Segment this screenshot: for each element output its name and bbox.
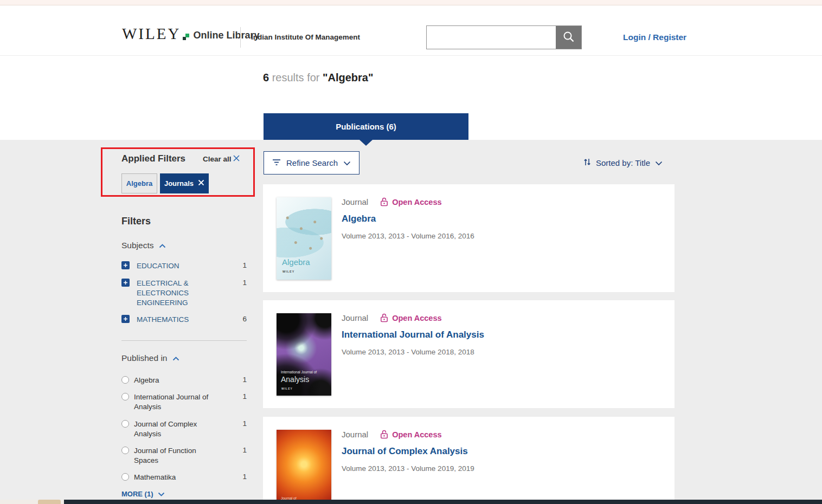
results-count: 6	[263, 72, 269, 83]
published-in-item-ija[interactable]: International Journal of Analysis 1	[121, 392, 247, 412]
cover-publisher: WILEY	[281, 387, 293, 390]
published-in-section-toggle[interactable]: Published in	[121, 353, 179, 363]
login-register-link[interactable]: Login / Register	[623, 33, 686, 42]
published-in-count: 1	[242, 392, 247, 400]
filters-title: Filters	[121, 216, 151, 227]
subject-item-count: 1	[242, 261, 247, 269]
chevron-up-icon	[159, 241, 166, 250]
subject-item-education[interactable]: EDUCATION 1	[121, 261, 247, 272]
radio-icon[interactable]	[121, 447, 129, 454]
radio-icon[interactable]	[121, 376, 129, 384]
published-in-item-mathematika[interactable]: Mathematika 1	[121, 473, 247, 482]
results-query: "Algebra"	[323, 72, 373, 83]
published-in-item-jfs[interactable]: Journal of Function Spaces 1	[121, 446, 247, 466]
refine-search-label: Refine Search	[286, 158, 338, 167]
clear-all-button[interactable]: Clear all	[203, 155, 232, 163]
content-type-label: Journal	[342, 313, 368, 322]
sorted-by-label: Sorted by: Title	[596, 158, 650, 167]
published-in-label: International Journal of Analysis	[134, 392, 218, 412]
subject-item-count: 1	[242, 279, 247, 287]
published-in-count: 1	[242, 446, 247, 454]
subject-item-label: EDUCATION	[137, 261, 204, 271]
published-in-count: 1	[242, 419, 247, 428]
results-middle: results for	[269, 72, 323, 83]
sort-arrows-icon	[583, 158, 591, 168]
open-access-label[interactable]: Open Access	[392, 430, 441, 439]
search-input[interactable]	[427, 26, 556, 49]
plus-square-icon[interactable]	[121, 261, 130, 272]
published-in-section-label: Published in	[121, 353, 167, 363]
journal-cover-complex[interactable]: Journal of Complex Analysis	[277, 430, 331, 504]
radio-icon[interactable]	[121, 473, 129, 481]
open-lock-icon	[380, 430, 388, 439]
bottom-bar	[64, 500, 822, 504]
result-title-link[interactable]: Journal of Complex Analysis	[342, 446, 468, 457]
filter-chip-remove-icon[interactable]	[198, 179, 204, 188]
journal-cover-algebra[interactable]: Algebra WILEY	[277, 197, 331, 280]
funnel-icon	[272, 158, 281, 167]
tab-publications-label: Publications (6)	[336, 122, 396, 131]
plus-square-icon[interactable]	[121, 279, 130, 289]
open-access-label[interactable]: Open Access	[392, 314, 441, 322]
open-lock-icon	[380, 313, 388, 322]
bottom-strip-accent	[38, 500, 61, 504]
subject-item-label: MATHEMATICS	[137, 315, 204, 325]
header: WILEY Online Library Indian Institute Of…	[0, 5, 822, 56]
card-meta: Journal Open Access	[342, 197, 442, 206]
search-icon	[562, 30, 575, 45]
tab-pointer	[359, 140, 373, 146]
open-lock-icon	[380, 197, 388, 206]
clear-all-x-icon[interactable]	[233, 154, 240, 164]
radio-icon[interactable]	[121, 420, 129, 428]
result-volumes: Volume 2013, 2013 - Volume 2019, 2019	[342, 464, 474, 473]
wiley-wordmark: WILEY	[122, 25, 181, 43]
page: WILEY Online Library Indian Institute Of…	[0, 0, 822, 504]
refine-search-button[interactable]: Refine Search	[264, 151, 359, 175]
result-title-link[interactable]: Algebra	[342, 214, 376, 224]
published-in-label: Mathematika	[134, 473, 218, 482]
result-volumes: Volume 2013, 2013 - Volume 2018, 2018	[342, 348, 474, 356]
journal-cover-analysis[interactable]: International Journal of Analysis WILEY	[277, 313, 331, 396]
wiley-logo[interactable]: WILEY Online Library	[122, 25, 259, 43]
institution-name: Indian Institute Of Management	[251, 33, 360, 41]
card-meta: Journal Open Access	[342, 313, 442, 322]
published-in-label: Journal of Function Spaces	[134, 446, 218, 466]
search-button[interactable]	[556, 26, 581, 49]
result-title-link[interactable]: International Journal of Analysis	[342, 329, 484, 340]
applied-filters-panel: Applied Filters Clear all Algebra Journa…	[101, 147, 255, 197]
filter-chip-journals[interactable]: Journals	[160, 173, 209, 193]
radio-icon[interactable]	[121, 393, 129, 400]
published-in-label: Algebra	[134, 376, 218, 385]
published-in-item-jca[interactable]: Journal of Complex Analysis 1	[121, 419, 247, 439]
results-summary: 6 results for "Algebra"	[263, 72, 373, 84]
filter-chip-algebra[interactable]: Algebra	[121, 173, 157, 193]
plus-square-icon[interactable]	[121, 315, 130, 325]
subject-item-electrical[interactable]: ELECTRICAL & ELECTRONICS ENGINEERING 1	[121, 279, 247, 308]
content-type-label: Journal	[342, 430, 368, 439]
published-in-label: Journal of Complex Analysis	[134, 419, 218, 439]
published-in-count: 1	[242, 376, 247, 384]
sidebar-divider	[121, 340, 247, 341]
tab-publications[interactable]: Publications (6)	[264, 113, 468, 140]
online-library-label: Online Library	[193, 30, 259, 41]
subject-item-label: ELECTRICAL & ELECTRONICS ENGINEERING	[137, 279, 204, 308]
open-access-label[interactable]: Open Access	[392, 198, 441, 206]
subjects-section-toggle[interactable]: Subjects	[121, 241, 166, 250]
cover-title-line2: Analysis	[281, 375, 309, 384]
applied-filters-title: Applied Filters	[121, 153, 185, 164]
cover-publisher: WILEY	[282, 270, 294, 273]
chevron-up-icon	[172, 353, 179, 363]
chevron-down-icon	[158, 490, 165, 498]
result-card-ija: International Journal of Analysis WILEY …	[263, 300, 675, 408]
subject-item-count: 6	[242, 315, 247, 323]
more-label: MORE (1)	[121, 490, 153, 498]
chevron-down-icon	[655, 158, 663, 167]
cover-title-line1: International Journal of	[281, 370, 317, 374]
result-card-algebra: Algebra WILEY Journal Open Access Algebr…	[263, 184, 675, 292]
more-button[interactable]: MORE (1)	[121, 490, 165, 498]
subject-item-mathematics[interactable]: MATHEMATICS 6	[121, 315, 247, 325]
published-in-item-algebra[interactable]: Algebra 1	[121, 376, 247, 385]
search-box	[426, 25, 582, 49]
result-volumes: Volume 2013, 2013 - Volume 2016, 2016	[342, 232, 474, 240]
sorted-by-dropdown[interactable]: Sorted by: Title	[583, 158, 663, 168]
